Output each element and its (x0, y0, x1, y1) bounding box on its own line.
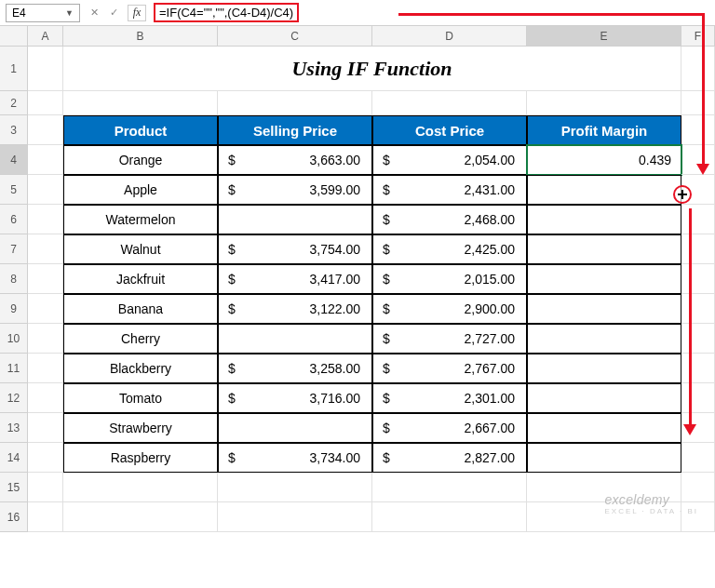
selling-price-cell[interactable]: $3,258.00 (218, 354, 372, 383)
selling-price-cell[interactable]: $3,754.00 (218, 234, 372, 264)
profit-margin-cell[interactable] (527, 234, 681, 264)
row-header[interactable]: 4 (0, 145, 28, 175)
cell-blank[interactable] (28, 234, 63, 264)
cell-blank[interactable] (681, 294, 715, 324)
row-header[interactable]: 3 (0, 115, 28, 145)
profit-margin-cell[interactable] (527, 324, 681, 354)
cell-blank[interactable] (681, 47, 715, 91)
selling-price-cell[interactable]: $3,599.00 (218, 175, 372, 205)
row-header[interactable]: 6 (0, 205, 28, 234)
cell-blank[interactable] (28, 383, 63, 413)
cell-blank[interactable] (527, 91, 681, 115)
cell-blank[interactable] (681, 383, 715, 413)
selling-price-cell[interactable]: $3,417.00 (218, 264, 372, 294)
selling-price-cell[interactable] (218, 205, 372, 234)
column-header[interactable]: C (218, 26, 372, 47)
cost-price-cell[interactable]: $2,425.00 (372, 234, 527, 264)
cost-price-cell[interactable]: $2,015.00 (372, 264, 527, 294)
cell-blank[interactable] (372, 502, 527, 532)
product-cell[interactable]: Blackberry (63, 354, 218, 383)
cell-blank[interactable] (28, 473, 63, 502)
cell-blank[interactable] (28, 502, 63, 532)
cost-price-cell[interactable]: $2,301.00 (372, 383, 527, 413)
product-cell[interactable]: Orange (63, 145, 218, 175)
column-header[interactable]: A (28, 26, 63, 47)
cell-blank[interactable] (218, 91, 372, 115)
selling-price-cell[interactable]: $3,734.00 (218, 443, 372, 473)
profit-margin-cell[interactable] (527, 264, 681, 294)
row-header[interactable]: 1 (0, 47, 28, 91)
row-header[interactable]: 11 (0, 354, 28, 383)
product-cell[interactable]: Raspberry (63, 443, 218, 473)
row-header[interactable]: 13 (0, 413, 28, 443)
column-header[interactable]: F (681, 26, 715, 47)
profit-margin-cell[interactable] (527, 175, 681, 205)
cost-price-cell[interactable]: $2,727.00 (372, 324, 527, 354)
selling-price-cell[interactable]: $3,122.00 (218, 294, 372, 324)
cell-blank[interactable] (28, 205, 63, 234)
cost-price-cell[interactable]: $2,468.00 (372, 205, 527, 234)
product-cell[interactable]: Watermelon (63, 205, 218, 234)
row-header[interactable]: 8 (0, 264, 28, 294)
select-all-corner[interactable] (0, 26, 28, 47)
cell-blank[interactable] (681, 115, 715, 145)
name-box[interactable]: E4 ▼ (6, 4, 80, 22)
row-header[interactable]: 12 (0, 383, 28, 413)
cell-blank[interactable] (28, 294, 63, 324)
cell-blank[interactable] (681, 324, 715, 354)
cell-blank[interactable] (63, 473, 218, 502)
cell-blank[interactable] (28, 413, 63, 443)
row-header[interactable]: 2 (0, 91, 28, 115)
insert-function-button[interactable]: fx (128, 5, 146, 21)
selling-price-cell[interactable] (218, 324, 372, 354)
row-header[interactable]: 14 (0, 443, 28, 473)
cost-price-cell[interactable]: $2,827.00 (372, 443, 527, 473)
profit-margin-cell[interactable] (527, 294, 681, 324)
cell-blank[interactable] (372, 91, 527, 115)
cancel-button[interactable]: ✕ (86, 5, 102, 21)
cell-blank[interactable] (28, 47, 63, 91)
row-header[interactable]: 15 (0, 473, 28, 502)
cell-blank[interactable] (681, 354, 715, 383)
cell-blank[interactable] (218, 502, 372, 532)
row-header[interactable]: 5 (0, 175, 28, 205)
cost-price-cell[interactable]: $2,667.00 (372, 413, 527, 443)
cost-price-cell[interactable]: $2,900.00 (372, 294, 527, 324)
cell-blank[interactable] (681, 443, 715, 473)
product-cell[interactable]: Cherry (63, 324, 218, 354)
spreadsheet-grid[interactable]: ABCDEF1Using IF Function23ProductSelling… (0, 26, 715, 532)
profit-margin-cell[interactable] (527, 383, 681, 413)
column-header[interactable]: D (372, 26, 527, 47)
cell-blank[interactable] (28, 115, 63, 145)
product-cell[interactable]: Walnut (63, 234, 218, 264)
selling-price-cell[interactable]: $3,716.00 (218, 383, 372, 413)
product-cell[interactable]: Strawberry (63, 413, 218, 443)
cell-blank[interactable] (28, 145, 63, 175)
cell-blank[interactable] (218, 473, 372, 502)
profit-margin-cell[interactable] (527, 413, 681, 443)
row-header[interactable]: 7 (0, 234, 28, 264)
product-cell[interactable]: Tomato (63, 383, 218, 413)
row-header[interactable]: 10 (0, 324, 28, 354)
profit-margin-cell[interactable] (527, 443, 681, 473)
confirm-button[interactable]: ✓ (105, 5, 122, 21)
profit-margin-cell[interactable]: 0.439 (527, 145, 681, 175)
cell-blank[interactable] (28, 354, 63, 383)
profit-margin-cell[interactable] (527, 354, 681, 383)
cell-blank[interactable] (681, 264, 715, 294)
cell-blank[interactable] (28, 443, 63, 473)
cost-price-cell[interactable]: $2,767.00 (372, 354, 527, 383)
product-cell[interactable]: Banana (63, 294, 218, 324)
product-cell[interactable]: Apple (63, 175, 218, 205)
selling-price-cell[interactable]: $3,663.00 (218, 145, 372, 175)
cell-blank[interactable] (28, 324, 63, 354)
cell-blank[interactable] (28, 264, 63, 294)
cost-price-cell[interactable]: $2,054.00 (372, 145, 527, 175)
product-cell[interactable]: Jackfruit (63, 264, 218, 294)
row-header[interactable]: 16 (0, 502, 28, 532)
cell-blank[interactable] (372, 473, 527, 502)
cell-blank[interactable] (63, 502, 218, 532)
cost-price-cell[interactable]: $2,431.00 (372, 175, 527, 205)
row-header[interactable]: 9 (0, 294, 28, 324)
cell-blank[interactable] (681, 91, 715, 115)
